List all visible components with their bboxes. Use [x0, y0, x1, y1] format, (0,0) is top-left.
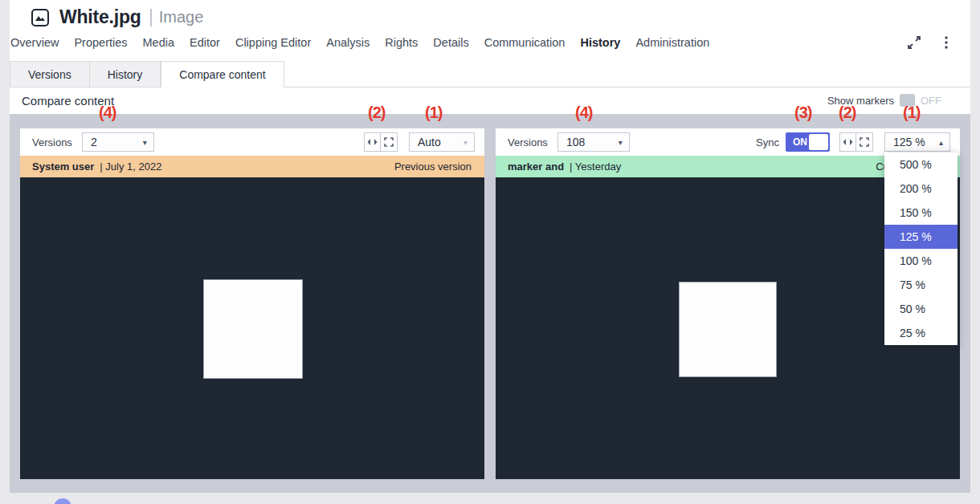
chevron-down-icon: ▾: [143, 138, 147, 147]
zoom-option-50[interactable]: 50 %: [884, 297, 958, 321]
red-annotation-3: (3): [794, 104, 811, 122]
right-panel-toolbar: Versions 108 ▾ Sync ON: [496, 128, 960, 156]
main-nav: OverviewPropertiesMediaEditorClipping Ed…: [10, 36, 709, 49]
zoom-option-200[interactable]: 200 %: [884, 177, 958, 201]
red-annotation-1: (1): [425, 104, 442, 122]
red-annotation-4: (4): [575, 104, 592, 122]
version-date: | Yesterday: [570, 161, 621, 173]
version-tag: Previous version: [394, 161, 472, 173]
compare-content-page: White.jpg Image OverviewPropertiesMediaE…: [0, 0, 980, 504]
asset-type-label: Image: [159, 8, 204, 26]
tab-versions[interactable]: Versions: [10, 61, 90, 87]
fullscreen-icon[interactable]: [856, 132, 873, 152]
sync-toggle-knob: [809, 134, 828, 150]
tab-history[interactable]: History: [90, 61, 161, 87]
content-card: White.jpg Image OverviewPropertiesMediaE…: [10, 0, 970, 493]
expand-icon[interactable]: [906, 35, 922, 51]
page-title: White.jpg: [59, 6, 141, 28]
title-row: White.jpg Image: [31, 6, 203, 28]
fit-width-icon[interactable]: [839, 132, 856, 152]
zoom-option-125[interactable]: 125 %: [884, 225, 958, 249]
version-author: System user: [32, 161, 94, 173]
nav-item-media[interactable]: Media: [143, 36, 175, 49]
sync-state: ON: [793, 136, 807, 148]
fit-width-icon[interactable]: [364, 132, 381, 152]
red-annotation-1: (1): [903, 104, 920, 122]
right-version-select[interactable]: 108 ▾: [557, 132, 630, 152]
red-annotation-4: (4): [99, 104, 116, 122]
chevron-up-icon: ▴: [939, 138, 943, 147]
show-markers-label: Show markers: [827, 95, 894, 107]
nav-item-rights[interactable]: Rights: [385, 36, 418, 49]
nav-item-overview[interactable]: Overview: [10, 36, 59, 49]
nav-item-details[interactable]: Details: [433, 36, 468, 49]
kebab-menu-icon[interactable]: [938, 35, 954, 51]
fullscreen-icon[interactable]: [381, 132, 398, 152]
left-version-bar: System user | July 1, 2022 Previous vers…: [20, 156, 484, 177]
nav-item-communication[interactable]: Communication: [484, 36, 566, 49]
nav-item-analysis[interactable]: Analysis: [326, 36, 370, 49]
left-image-viewer[interactable]: [20, 177, 484, 479]
right-view-buttons: [839, 132, 873, 152]
nav-item-clipping-editor[interactable]: Clipping Editor: [235, 36, 311, 49]
title-separator: [150, 9, 152, 26]
chevron-down-icon: ▾: [619, 138, 623, 147]
versions-label: Versions: [32, 136, 72, 148]
zoom-option-75[interactable]: 75 %: [884, 273, 958, 297]
sync-label: Sync: [756, 136, 779, 148]
red-annotation-2: (2): [368, 104, 385, 122]
version-date: | July 1, 2022: [100, 161, 161, 173]
left-view-buttons: [364, 132, 398, 152]
sync-toggle[interactable]: ON: [786, 132, 830, 152]
zoom-option-25[interactable]: 25 %: [884, 321, 958, 345]
chevron-down-icon: ▾: [463, 138, 468, 147]
image-icon: [31, 8, 50, 27]
nav-item-editor[interactable]: Editor: [190, 36, 220, 49]
red-annotation-2: (2): [839, 104, 855, 122]
show-markers-state: OFF: [921, 95, 941, 107]
left-version-select[interactable]: 2 ▾: [82, 132, 154, 152]
left-panel-toolbar: Versions 2 ▾ Aut: [20, 128, 484, 156]
tab-compare-content[interactable]: Compare content: [161, 61, 284, 87]
version-author: marker and: [508, 161, 564, 173]
header-icons: [906, 35, 954, 51]
zoom-option-150[interactable]: 150 %: [884, 201, 958, 225]
right-zoom-select[interactable]: 125 % ▴: [884, 132, 950, 152]
right-image-preview: [679, 282, 777, 377]
zoom-option-100[interactable]: 100 %: [884, 249, 958, 273]
nav-item-administration[interactable]: Administration: [635, 36, 709, 49]
subheader: Compare content Show markers OFF: [10, 87, 970, 114]
nav-item-history[interactable]: History: [580, 36, 620, 49]
left-compare-panel: Versions 2 ▾ Aut: [20, 128, 484, 479]
left-image-preview: [203, 279, 303, 379]
versions-label: Versions: [508, 136, 548, 148]
zoom-option-500[interactable]: 500 %: [884, 152, 958, 177]
zoom-level-menu: 500 %200 %150 %125 %100 %75 %50 %25 %: [884, 152, 958, 345]
left-zoom-select[interactable]: Auto ▾: [409, 132, 475, 152]
floating-help-button-partial[interactable]: [54, 498, 71, 504]
compare-area: Versions 2 ▾ Aut: [10, 114, 970, 493]
tab-bar: VersionsHistoryCompare content: [10, 62, 970, 87]
nav-item-properties[interactable]: Properties: [74, 36, 127, 49]
